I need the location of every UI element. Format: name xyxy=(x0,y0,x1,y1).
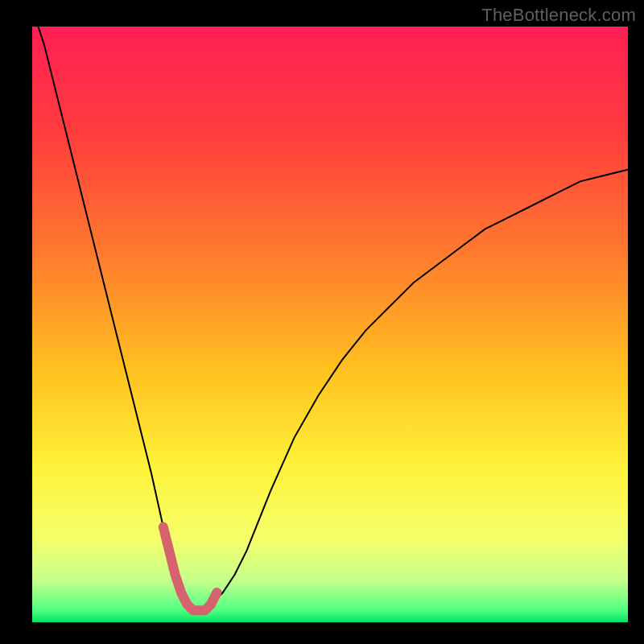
plot-area xyxy=(32,27,628,622)
chart-svg xyxy=(32,27,628,622)
gradient-background xyxy=(32,27,628,622)
watermark-text: TheBottleneck.com xyxy=(481,5,636,26)
chart-frame: TheBottleneck.com xyxy=(0,0,644,644)
